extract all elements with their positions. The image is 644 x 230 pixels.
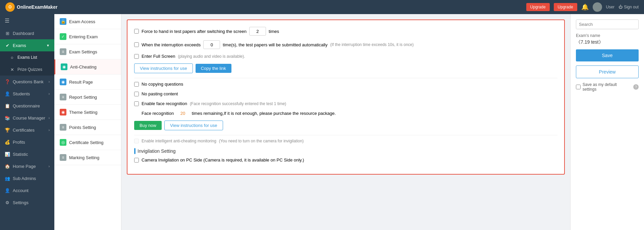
form-row-no-pasting: No pasting content <box>134 91 557 96</box>
ss-item-exam-settings[interactable]: ≡ Exam Settings <box>54 44 121 59</box>
top-navigation: O OnlineExamMaker Upgrade Upgrade 🔔 User… <box>0 0 644 14</box>
top-right-area: Upgrade Upgrade 🔔 User ⏻ Sign out <box>526 2 639 12</box>
fullscreen-checkbox[interactable] <box>134 54 139 59</box>
ss-item-anti-cheating[interactable]: ◉ Anti-Cheating <box>54 59 121 75</box>
search-box: 🔍 <box>576 19 639 29</box>
theme-setting-icon: ◉ <box>60 109 66 116</box>
logo: O OnlineExamMaker <box>5 2 57 12</box>
entering-exam-icon: ✓ <box>60 33 66 40</box>
interruption-label2: time(s), the test papers will be submitt… <box>223 42 327 47</box>
intelligent-checkbox[interactable] <box>134 139 139 143</box>
exams-submenu: ○ Exams List ✕ Prize Quizzes <box>0 51 54 76</box>
ss-item-entering-exam[interactable]: ✓ Entering Exam <box>54 29 121 44</box>
marking-setting-icon: ≡ <box>60 154 66 161</box>
ss-item-certificate-setting[interactable]: ◎ Certificate Setting <box>54 135 121 150</box>
camera-invigilation-checkbox[interactable] <box>134 158 139 163</box>
home-page-arrow-icon: › <box>49 165 50 168</box>
ss-item-theme-setting[interactable]: ◉ Theme Setting <box>54 105 121 120</box>
view-instructions-btn-2[interactable]: View instructions for use <box>164 121 223 130</box>
copy-link-btn[interactable]: Copy the link <box>196 64 231 73</box>
divider-1 <box>134 78 557 78</box>
sidebar-item-certificates[interactable]: 🏆 Certificates › <box>0 124 54 136</box>
form-row-face-recognition: Enable face recognition (Face recognitio… <box>134 101 557 106</box>
sidebar-item-course-manager[interactable]: 📚 Course Manager › <box>0 112 54 124</box>
profits-icon: 💰 <box>5 139 10 145</box>
username: User <box>606 5 614 9</box>
hamburger-menu[interactable]: ☰ <box>0 14 54 27</box>
avatar <box>593 2 602 12</box>
sidebar-item-questions-bank[interactable]: ❓ Questions Bank › <box>0 76 54 88</box>
ss-item-report-setting[interactable]: ≡ Report Setting <box>54 90 121 105</box>
ss-label-exam-access: Exam Access <box>69 19 95 24</box>
questions-bank-icon: ❓ <box>5 79 10 84</box>
interruption-checkbox[interactable] <box>134 42 139 47</box>
sidebar-item-home-page[interactable]: 🏠 Home Page › <box>0 160 54 172</box>
ss-item-exam-access[interactable]: 🔒 Exam Access <box>54 14 121 29</box>
form-row-buttons1: View instructions for use Copy the link <box>134 63 557 73</box>
view-instructions-btn-1[interactable]: View instructions for use <box>134 63 193 73</box>
sidebar-item-students[interactable]: 👤 Students › <box>0 88 54 100</box>
sidebar-item-account[interactable]: 👤 Account <box>0 184 54 196</box>
switch-screen-checkbox[interactable] <box>134 29 139 34</box>
sidebar-label-settings: Settings <box>13 200 50 205</box>
certificates-arrow-icon: › <box>49 128 50 132</box>
ss-label-anti-cheating: Anti-Cheating <box>70 64 97 70</box>
sidebar-label-dashboard: Dashboard <box>13 31 50 36</box>
no-pasting-checkbox[interactable] <box>134 92 139 96</box>
sidebar-item-exams-list[interactable]: ○ Exams List <box>0 51 54 63</box>
sidebar-label-certificates: Certificates <box>13 128 46 133</box>
invigilation-title: Invigilation Setting <box>138 148 176 154</box>
form-row-camera-invigilation: Camera Invigilation on PC Side (Camera i… <box>134 157 557 163</box>
certificates-icon: 🏆 <box>5 127 10 133</box>
face-recognition-note1: (Face recognition successfully entered t… <box>190 101 286 106</box>
save-button[interactable]: Save <box>576 49 639 61</box>
dashboard-icon: ⊞ <box>5 31 10 36</box>
sidebar-item-profits[interactable]: 💰 Profits <box>0 136 54 148</box>
sidebar-label-account: Account <box>13 188 50 193</box>
upgrade-btn-1[interactable]: Upgrade <box>526 3 550 11</box>
sidebar-label-home-page: Home Page <box>13 164 46 169</box>
main-layout: ☰ ⊞ Dashboard ✔ Exams ▼ ○ Exams List ✕ P… <box>0 14 644 230</box>
exam-settings-icon: ≡ <box>60 48 66 55</box>
ss-item-points-setting[interactable]: ≡ Points Setting <box>54 120 121 135</box>
sidebar-label-prize-quizzes: Prize Quizzes <box>17 67 50 72</box>
sidebar-label-profits: Profits <box>13 140 50 145</box>
ss-label-report-setting: Report Setting <box>69 95 97 100</box>
sidebar-item-dashboard[interactable]: ⊞ Dashboard <box>0 27 54 39</box>
bell-icon[interactable]: 🔔 <box>581 3 589 11</box>
buy-now-btn[interactable]: Buy now <box>134 121 162 130</box>
interruption-label1: When the interruption exceeds <box>142 42 201 47</box>
switch-screen-input[interactable] <box>249 27 266 36</box>
form-row-intelligent: Enable intelligent anti-cheating monitor… <box>134 139 557 143</box>
sidebar: ☰ ⊞ Dashboard ✔ Exams ▼ ○ Exams List ✕ P… <box>0 14 54 230</box>
face-recognition-count: 20 <box>180 111 185 116</box>
sign-out-btn[interactable]: ⏻ Sign out <box>619 5 639 9</box>
sidebar-item-statistic[interactable]: 📊 Statistic <box>0 148 54 160</box>
sidebar-item-sub-admins[interactable]: 👥 Sub Admins <box>0 172 54 184</box>
sidebar-item-questionnaire[interactable]: 📋 Questionnaire <box>0 100 54 112</box>
form-row-switch-screen: Force to hand in test papers after switc… <box>134 27 557 36</box>
form-row-buttons2: Buy now View instructions for use <box>134 121 557 130</box>
logo-text: OnlineExamMaker <box>17 4 57 10</box>
face-recognition-checkbox[interactable] <box>134 101 139 106</box>
sidebar-item-prize-quizzes[interactable]: ✕ Prize Quizzes <box>0 63 54 76</box>
help-icon[interactable]: ? <box>633 84 639 90</box>
exams-arrow-icon: ▼ <box>46 44 50 47</box>
upgrade-btn-2[interactable]: Upgrade <box>554 3 577 11</box>
students-arrow-icon: › <box>49 92 50 96</box>
intelligent-note: (You need to turn on the camera for invi… <box>219 139 304 143</box>
no-copying-checkbox[interactable] <box>134 82 139 87</box>
sidebar-label-questions-bank: Questions Bank <box>13 79 46 84</box>
search-btn[interactable]: 🔍 <box>638 20 639 29</box>
exams-icon: ✔ <box>5 43 10 48</box>
fullscreen-note: (playing audio and video is available). <box>178 54 245 59</box>
interruption-input[interactable] <box>203 40 220 49</box>
default-settings-row: Save as my default settings ? <box>576 82 639 92</box>
ss-item-result-page[interactable]: ◉ Result Page <box>54 75 121 90</box>
preview-button[interactable]: Preview <box>576 65 639 78</box>
sidebar-item-exams[interactable]: ✔ Exams ▼ <box>0 39 54 51</box>
sidebar-item-settings[interactable]: ⚙ Settings <box>0 196 54 209</box>
default-settings-checkbox[interactable] <box>576 85 581 89</box>
search-input[interactable] <box>576 20 638 29</box>
ss-item-marking-setting[interactable]: ≡ Marking Setting <box>54 150 121 165</box>
